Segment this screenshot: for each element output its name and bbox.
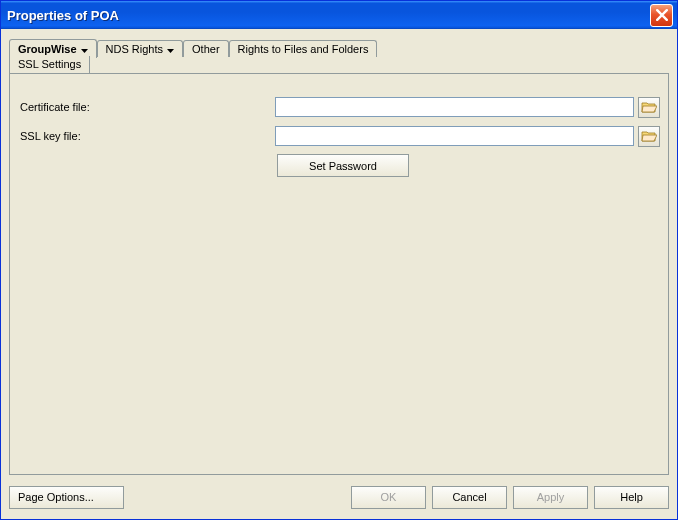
apply-button[interactable]: Apply: [513, 486, 588, 509]
tab-rights-files-label: Rights to Files and Folders: [238, 43, 369, 55]
title-bar[interactable]: Properties of POA: [1, 1, 677, 29]
certificate-file-label: Certificate file:: [18, 101, 275, 113]
dialog-footer: Page Options... OK Cancel Apply Help: [1, 481, 677, 519]
tab-strip: GroupWise NDS Rights Other Rights to Fil…: [9, 35, 669, 56]
chevron-down-icon: [81, 43, 88, 55]
ssl-key-browse-button[interactable]: [638, 126, 660, 147]
client-area: GroupWise NDS Rights Other Rights to Fil…: [1, 29, 677, 481]
ssl-key-file-row: SSL key file:: [18, 125, 660, 147]
cancel-button[interactable]: Cancel: [432, 486, 507, 509]
dialog-window: Properties of POA GroupWise NDS Rights: [0, 0, 678, 520]
certificate-browse-button[interactable]: [638, 97, 660, 118]
certificate-file-row: Certificate file:: [18, 96, 660, 118]
chevron-down-icon: [167, 43, 174, 55]
tab-nds-rights-label: NDS Rights: [106, 43, 163, 55]
ssl-settings-form: Certificate file: SSL key file:: [18, 96, 660, 177]
spacer: [18, 154, 277, 177]
tab-other[interactable]: Other: [183, 40, 229, 57]
sub-tab-strip: SSL Settings: [9, 56, 669, 74]
tab-rights-files[interactable]: Rights to Files and Folders: [229, 40, 378, 57]
certificate-file-input[interactable]: [275, 97, 634, 117]
ssl-key-file-input[interactable]: [275, 126, 634, 146]
tab-groupwise-label: GroupWise: [18, 43, 77, 55]
close-icon: [656, 9, 668, 21]
window-title: Properties of POA: [7, 8, 650, 23]
tab-other-label: Other: [192, 43, 220, 55]
close-button[interactable]: [650, 4, 673, 27]
folder-open-icon: [641, 100, 657, 114]
ssl-key-file-label: SSL key file:: [18, 130, 275, 142]
subtab-ssl-settings-label: SSL Settings: [18, 58, 81, 70]
set-password-button[interactable]: Set Password: [277, 154, 409, 177]
tab-panel: Certificate file: SSL key file:: [9, 73, 669, 475]
ok-button[interactable]: OK: [351, 486, 426, 509]
tab-nds-rights[interactable]: NDS Rights: [97, 40, 183, 57]
set-password-row: Set Password: [18, 154, 660, 177]
help-button[interactable]: Help: [594, 486, 669, 509]
subtab-ssl-settings[interactable]: SSL Settings: [9, 56, 90, 74]
folder-open-icon: [641, 129, 657, 143]
page-options-button[interactable]: Page Options...: [9, 486, 124, 509]
